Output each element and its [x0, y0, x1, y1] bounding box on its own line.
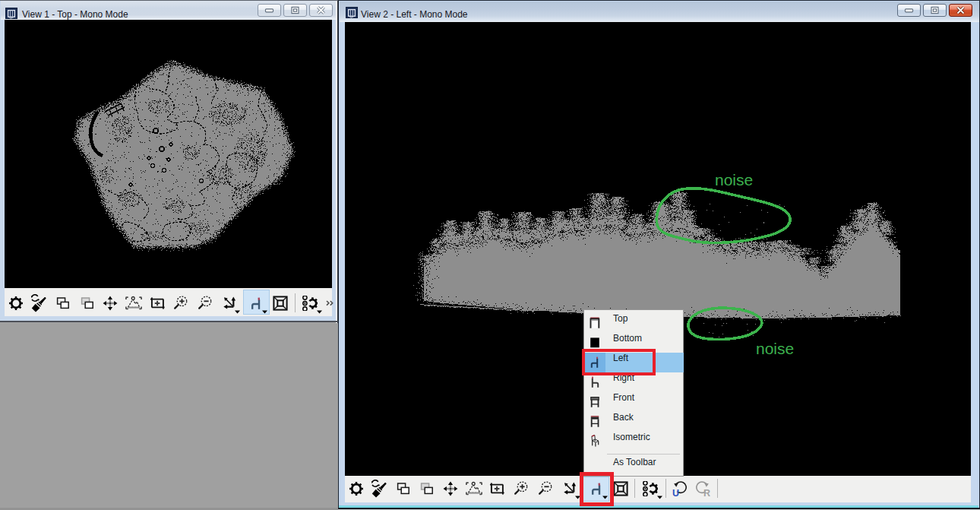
svg-text:noise: noise	[756, 340, 794, 357]
svg-text:noise: noise	[715, 171, 753, 188]
